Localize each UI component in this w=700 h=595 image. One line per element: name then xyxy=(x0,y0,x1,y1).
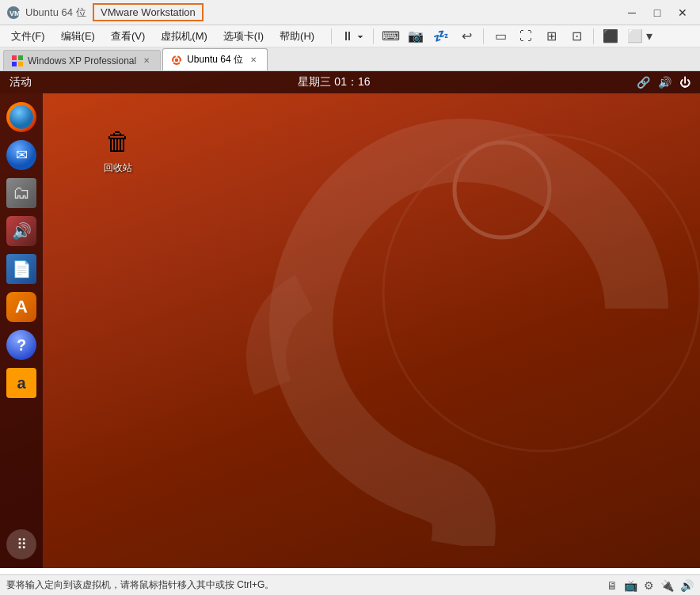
send-ctrlaltdel-button[interactable]: ⌨ xyxy=(379,27,401,46)
toolbar-separator-1 xyxy=(331,28,332,44)
menu-edit[interactable]: 编辑(E) xyxy=(53,25,103,47)
ubuntu-dock: ✉ 🗂 🔊 📄 A ? xyxy=(0,93,43,568)
vmware-logo: VM xyxy=(6,6,21,20)
menu-help[interactable]: 帮助(H) xyxy=(272,25,322,47)
dock-thunderbird[interactable]: ✉ xyxy=(4,138,39,172)
ubuntu-clock: 星期三 01：16 xyxy=(298,75,370,89)
dock-amazon[interactable]: a xyxy=(4,366,39,400)
menu-bar: 文件(F) 编辑(E) 查看(V) 虚拟机(M) 选项卡(I) 帮助(H) ⏸ … xyxy=(0,25,700,47)
vm-container[interactable]: 活动 星期三 01：16 🔗 🔊 ⏻ ✉ xyxy=(0,71,700,595)
console-view-button[interactable]: ⬛ xyxy=(599,27,622,46)
status-usb-icon[interactable]: 🔌 xyxy=(660,579,674,592)
toolbar-separator-2 xyxy=(373,28,374,44)
svg-point-9 xyxy=(180,61,182,63)
writer-icon: 📄 xyxy=(6,254,36,284)
firefox-icon xyxy=(6,102,36,132)
svg-rect-2 xyxy=(12,55,17,60)
tab-windows-xp-label: Windows XP Professional xyxy=(28,55,136,66)
trash-icon: 🗑 xyxy=(101,125,135,158)
network-tray-icon[interactable]: 🔗 xyxy=(637,76,650,89)
ubuntu-topbar: 活动 星期三 01：16 🔗 🔊 ⏻ xyxy=(0,71,700,93)
suspend-button[interactable]: 💤 xyxy=(430,27,452,46)
tab-windows-xp-close[interactable]: ✕ xyxy=(141,55,152,66)
main-window: VM Ubuntu 64 位 VMware Workstation ─ □ ✕ … xyxy=(0,0,700,595)
volume-tray-icon[interactable]: 🔊 xyxy=(658,76,671,89)
svg-text:VM: VM xyxy=(10,9,21,17)
ubuntu-tab-icon xyxy=(171,55,182,66)
toolbar-separator-3 xyxy=(483,28,484,44)
ubuntu-activities[interactable]: 活动 xyxy=(10,75,32,89)
svg-rect-5 xyxy=(18,62,23,66)
status-settings-icon[interactable]: ⚙ xyxy=(644,579,654,592)
sound-icon: 🔊 xyxy=(6,216,36,246)
tab-ubuntu-close[interactable]: ✕ xyxy=(248,55,259,66)
unity-button[interactable]: ⊞ xyxy=(540,27,562,46)
vm-display[interactable]: 活动 星期三 01：16 🔗 🔊 ⏻ ✉ xyxy=(0,71,700,568)
menu-tabs[interactable]: 选项卡(I) xyxy=(215,25,272,47)
autofit-button[interactable]: ⊡ xyxy=(565,27,588,46)
tab-ubuntu[interactable]: Ubuntu 64 位 ✕ xyxy=(162,48,268,70)
pause-button[interactable]: ⏸ ▾ xyxy=(337,27,367,46)
title-active-label: VMware Workstation xyxy=(93,3,204,21)
status-display-icon[interactable]: 📺 xyxy=(624,579,637,592)
desktop-area[interactable]: 🗑 回收站 xyxy=(43,93,700,568)
dock-writer[interactable]: 📄 xyxy=(4,252,39,286)
maximize-button[interactable]: □ xyxy=(646,4,668,21)
files-icon: 🗂 xyxy=(6,178,36,208)
dock-appstore[interactable]: A xyxy=(4,290,39,324)
status-message: 要将输入定向到该虚拟机，请将鼠标指针移入其中或按 Ctrl+G。 xyxy=(6,578,274,592)
revert-button[interactable]: ↩ xyxy=(455,27,477,46)
tab-bar: Windows XP Professional ✕ Ubuntu 64 位 ✕ xyxy=(0,47,700,71)
recycle-bin-icon[interactable]: 🗑 回收站 xyxy=(90,125,146,175)
dock-files[interactable]: 🗂 xyxy=(4,176,39,210)
minimize-button[interactable]: ─ xyxy=(621,4,643,21)
dock-firefox[interactable] xyxy=(4,100,39,135)
svg-rect-4 xyxy=(12,62,17,66)
status-right-icons: 🖥 📺 ⚙ 🔌 🔊 xyxy=(607,579,694,592)
title-bar: VM Ubuntu 64 位 VMware Workstation ─ □ ✕ xyxy=(0,0,700,25)
apps-grid-icon: ⠿ xyxy=(6,529,36,559)
amazon-icon: a xyxy=(6,368,36,398)
menu-view[interactable]: 查看(V) xyxy=(103,25,153,47)
help-icon: ? xyxy=(6,330,36,360)
appstore-icon: A xyxy=(6,292,36,322)
status-network-icon[interactable]: 🖥 xyxy=(607,579,618,592)
app-name-label: Ubuntu 64 位 VMware Workstation xyxy=(25,5,204,20)
toolbar-separator-4 xyxy=(593,28,594,44)
toolbar: ⏸ ▾ ⌨ 📷 💤 ↩ ▭ ⛶ ⊞ ⊡ ⬛ ⬜ ▾ xyxy=(329,27,655,46)
more-view-button[interactable]: ⬜ ▾ xyxy=(625,27,655,46)
menu-vm[interactable]: 虚拟机(M) xyxy=(153,25,215,47)
svg-rect-3 xyxy=(18,55,23,60)
windows-xp-tab-icon xyxy=(12,55,23,66)
normal-view-button[interactable]: ▭ xyxy=(489,27,512,46)
thunderbird-icon: ✉ xyxy=(6,140,36,170)
recycle-bin-label: 回收站 xyxy=(104,161,132,175)
tab-ubuntu-label: Ubuntu 64 位 xyxy=(187,53,243,66)
tab-windows-xp[interactable]: Windows XP Professional ✕ xyxy=(3,50,161,70)
menu-file[interactable]: 文件(F) xyxy=(3,25,53,47)
power-tray-icon[interactable]: ⏻ xyxy=(679,76,690,89)
title-left: VM Ubuntu 64 位 VMware Workstation xyxy=(6,5,204,20)
status-audio-icon[interactable]: 🔊 xyxy=(680,579,694,592)
dock-sound[interactable]: 🔊 xyxy=(4,214,39,248)
svg-point-8 xyxy=(176,55,178,57)
snapshot-button[interactable]: 📷 xyxy=(405,27,427,46)
close-button[interactable]: ✕ xyxy=(671,4,694,21)
fullscreen-button[interactable]: ⛶ xyxy=(515,27,537,46)
title-controls: ─ □ ✕ xyxy=(621,4,694,21)
app-name-vm: Ubuntu 64 位 xyxy=(25,6,86,18)
dock-help[interactable]: ? xyxy=(4,328,39,362)
ubuntu-systray: 🔗 🔊 ⏻ xyxy=(637,76,690,89)
svg-point-10 xyxy=(172,61,174,63)
status-bar: 要将输入定向到该虚拟机，请将鼠标指针移入其中或按 Ctrl+G。 🖥 📺 ⚙ 🔌… xyxy=(0,574,700,595)
dock-apps[interactable]: ⠿ xyxy=(4,527,39,562)
